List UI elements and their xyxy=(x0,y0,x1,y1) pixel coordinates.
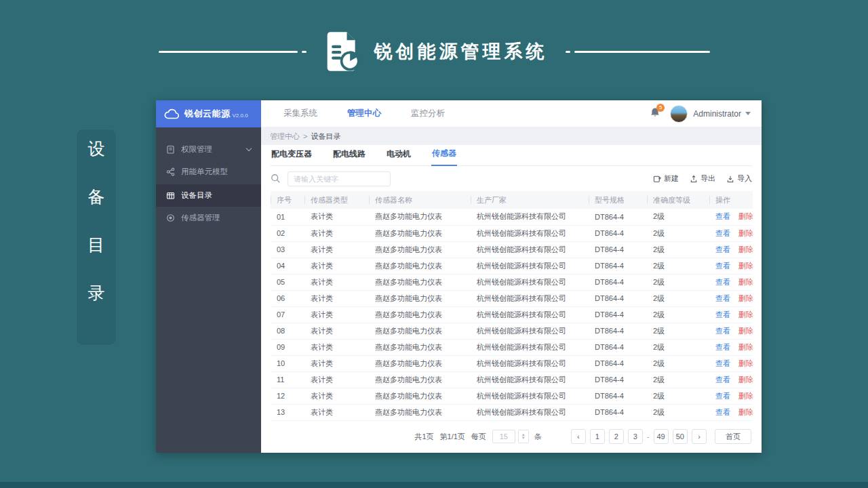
view-link[interactable]: 查看 xyxy=(715,310,730,319)
view-link[interactable]: 查看 xyxy=(715,408,730,416)
page-button-49[interactable]: 49 xyxy=(654,429,669,444)
sidebar-item-permissions[interactable]: 权限管理 xyxy=(156,138,261,161)
page-background: 锐创能源管理系统 设 备 目 录 锐创云能源 V2.0.0 xyxy=(0,0,868,488)
delete-link[interactable]: 删除 xyxy=(738,343,753,351)
view-link[interactable]: 查看 xyxy=(715,212,730,220)
delete-link[interactable]: 删除 xyxy=(738,375,753,384)
cell-manufacturer: 杭州锐创能源科技有限公司 xyxy=(471,388,589,404)
sidebar-item-sensor-management[interactable]: 传感器管理 xyxy=(156,207,261,229)
delete-link[interactable]: 删除 xyxy=(738,310,753,319)
sensor-table: 序号 传感器类型 传感器名称 生产厂家 型号规格 准确度等级 操作 xyxy=(271,191,753,421)
sidebar-item-label: 用能单元模型 xyxy=(181,167,228,177)
cell-sensor-type: 表计类 xyxy=(304,323,369,339)
side-label-char: 备 xyxy=(88,188,105,205)
page-button-2[interactable]: 2 xyxy=(609,429,624,444)
delete-link[interactable]: 删除 xyxy=(738,392,753,400)
cell-actions: 查看 删除 xyxy=(709,388,753,404)
page-button-50[interactable]: 50 xyxy=(673,429,688,444)
table-row: 09 表计类 燕赵多功能电力仪表 杭州锐创能源科技有限公司 DT864-4 2级… xyxy=(271,339,753,355)
import-icon xyxy=(726,175,734,183)
per-page-stepper[interactable]: ▲▼ xyxy=(518,430,529,443)
view-link[interactable]: 查看 xyxy=(715,229,730,237)
view-link[interactable]: 查看 xyxy=(715,262,730,270)
username[interactable]: Administrator xyxy=(693,109,741,119)
first-page-button[interactable]: 首页 xyxy=(715,429,751,444)
pagination: 共1页 第1/1页 每页 ▲▼ 条 ‹ 1 2 3 - 49 50 › xyxy=(271,429,752,453)
sidebar-item-label: 权限管理 xyxy=(181,144,212,155)
cell-sensor-name: 燕赵多功能电力仪表 xyxy=(369,339,471,355)
cell-accuracy: 2级 xyxy=(647,258,709,274)
side-label-char: 设 xyxy=(88,140,105,157)
col-actions: 操作 xyxy=(709,191,753,209)
view-link[interactable]: 查看 xyxy=(715,375,730,384)
new-button[interactable]: 新建 xyxy=(653,174,679,184)
view-link[interactable]: 查看 xyxy=(715,278,730,286)
delete-link[interactable]: 删除 xyxy=(738,278,753,286)
banner-dash-right xyxy=(566,51,570,53)
cell-model: DT864-4 xyxy=(589,225,647,241)
cell-no: 05 xyxy=(271,274,304,290)
delete-link[interactable]: 删除 xyxy=(738,229,753,237)
breadcrumb-current: 设备目录 xyxy=(311,131,340,142)
tab-transformer[interactable]: 配电变压器 xyxy=(271,148,313,165)
user-menu-caret-icon[interactable] xyxy=(745,112,751,115)
import-button[interactable]: 导入 xyxy=(726,174,752,184)
nav-collection-system[interactable]: 采集系统 xyxy=(283,108,317,119)
view-link[interactable]: 查看 xyxy=(715,245,730,253)
per-page-input[interactable] xyxy=(492,430,515,443)
sensor-icon xyxy=(166,214,175,222)
delete-link[interactable]: 删除 xyxy=(738,212,753,220)
delete-link[interactable]: 删除 xyxy=(738,262,753,270)
nav-monitoring-analysis[interactable]: 监控分析 xyxy=(411,108,445,119)
cell-actions: 查看 删除 xyxy=(709,274,753,290)
cell-model: DT864-4 xyxy=(589,339,647,355)
sidebar-item-energy-model[interactable]: 用能单元模型 xyxy=(156,161,261,183)
tab-sensor[interactable]: 传感器 xyxy=(431,148,457,166)
cell-sensor-name: 燕赵多功能电力仪表 xyxy=(369,323,471,339)
cell-sensor-name: 燕赵多功能电力仪表 xyxy=(369,388,471,404)
view-link[interactable]: 查看 xyxy=(715,392,730,400)
topbar: 采集系统 管理中心 监控分析 5 Administrator xyxy=(261,100,762,127)
col-manufacturer: 生产厂家 xyxy=(471,191,589,209)
chevron-down-icon[interactable] xyxy=(246,146,252,151)
cell-no: 06 xyxy=(271,290,304,306)
tab-power-line[interactable]: 配电线路 xyxy=(332,148,366,165)
view-link[interactable]: 查看 xyxy=(715,294,730,302)
search-input[interactable] xyxy=(288,171,391,186)
view-link[interactable]: 查看 xyxy=(715,327,730,335)
prev-page-button[interactable]: ‹ xyxy=(571,429,586,444)
page-button-1[interactable]: 1 xyxy=(590,429,605,444)
cell-sensor-name: 燕赵多功能电力仪表 xyxy=(369,274,471,290)
breadcrumb-parent[interactable]: 管理中心 xyxy=(270,131,300,142)
nav-management-center[interactable]: 管理中心 xyxy=(347,108,381,119)
app-logo: 锐创云能源 V2.0.0 xyxy=(156,100,261,127)
side-vertical-label: 设 备 目 录 xyxy=(76,129,117,346)
export-button[interactable]: 导出 xyxy=(690,174,715,184)
cell-accuracy: 2级 xyxy=(647,209,709,225)
export-icon xyxy=(690,175,698,183)
page-button-3[interactable]: 3 xyxy=(628,429,643,444)
next-page-button[interactable]: › xyxy=(692,429,707,444)
delete-link[interactable]: 删除 xyxy=(738,408,753,416)
notification-bell[interactable]: 5 xyxy=(650,107,660,121)
cell-accuracy: 2级 xyxy=(647,339,709,355)
cell-model: DT864-4 xyxy=(589,274,647,290)
avatar[interactable] xyxy=(670,105,688,123)
table-row: 07 表计类 燕赵多功能电力仪表 杭州锐创能源科技有限公司 DT864-4 2级… xyxy=(271,306,753,323)
cell-sensor-name: 燕赵多功能电力仪表 xyxy=(369,225,471,241)
cell-actions: 查看 删除 xyxy=(709,306,753,323)
view-link[interactable]: 查看 xyxy=(715,343,730,351)
delete-link[interactable]: 删除 xyxy=(738,327,753,335)
delete-link[interactable]: 删除 xyxy=(738,245,753,253)
content-panel: 配电变压器 配电线路 电动机 传感器 xyxy=(261,145,762,453)
table-row: 05 表计类 燕赵多功能电力仪表 杭州锐创能源科技有限公司 DT864-4 2级… xyxy=(271,274,753,290)
view-link[interactable]: 查看 xyxy=(715,359,730,367)
sidebar: 锐创云能源 V2.0.0 权限管理 用能单元模型 xyxy=(156,100,261,453)
cell-sensor-type: 表计类 xyxy=(304,355,369,371)
sidebar-item-device-catalog[interactable]: 设备目录 xyxy=(156,184,261,207)
tab-motor[interactable]: 电动机 xyxy=(386,148,412,165)
cell-model: DT864-4 xyxy=(589,209,647,225)
delete-link[interactable]: 删除 xyxy=(738,294,753,302)
table-row: 12 表计类 燕赵多功能电力仪表 杭州锐创能源科技有限公司 DT864-4 2级… xyxy=(271,388,753,404)
delete-link[interactable]: 删除 xyxy=(738,359,753,367)
